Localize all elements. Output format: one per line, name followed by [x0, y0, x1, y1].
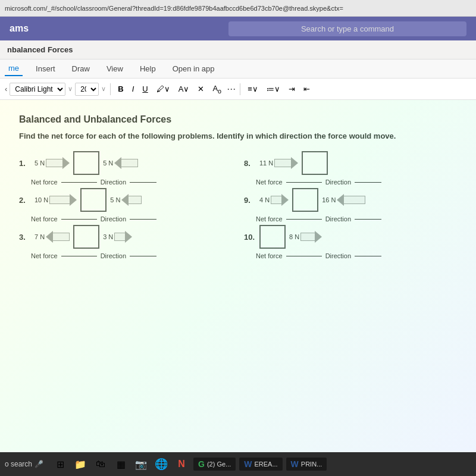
highlight-button[interactable]: 🖊∨ [154, 83, 173, 95]
force-left-3: 7 N [35, 231, 70, 243]
doc-instructions: Find the net force for each of the follo… [19, 131, 457, 142]
taskbar-monitor-icon[interactable]: ⊞ [52, 456, 68, 472]
box-9 [292, 188, 318, 212]
direction-label-9: Direction [325, 215, 351, 223]
net-force-label-1: Net force [31, 178, 58, 186]
microphone-icon: 🎤 [35, 460, 43, 468]
net-force-blank-8[interactable] [286, 182, 322, 183]
net-force-8: Net force Direction [244, 178, 457, 186]
format-painter-button[interactable]: Ao [209, 83, 224, 96]
italic-button[interactable]: I [129, 83, 137, 95]
box-1 [73, 151, 99, 175]
problem-9-num: 9. [244, 196, 256, 205]
taskbar-store-icon[interactable]: 🛍 [92, 456, 109, 472]
problem-1-num: 1. [19, 159, 31, 168]
doc-content: Balanced and Unbalanced Forces Find the … [0, 100, 476, 452]
direction-label-8: Direction [325, 178, 351, 186]
taskbar-search-text: o search [5, 460, 32, 468]
taskbar-erea-text: EREA... [254, 461, 277, 468]
net-force-label-10: Net force [256, 252, 283, 259]
strikethrough-button[interactable]: ✕ [195, 83, 207, 95]
net-force-blank-3[interactable] [61, 256, 97, 256]
net-force-label-9: Net force [256, 215, 283, 223]
taskbar-notepad-icon[interactable]: N [173, 456, 190, 472]
taskbar-calc-icon[interactable]: ▦ [112, 456, 129, 472]
outdent-button[interactable]: ⇤ [300, 83, 313, 95]
direction-label-2: Direction [101, 215, 126, 223]
taskbar-ge-text: (2) Ge... [207, 461, 231, 468]
ribbon-tabs: me Insert Draw View Help Open in app [0, 60, 476, 79]
direction-label-3: Direction [101, 252, 126, 259]
url-bar: microsoft.com/_#/school/classroom/Genera… [0, 0, 476, 17]
font-chevron-icon: ∨ [68, 85, 73, 93]
box-3 [73, 225, 99, 249]
net-force-1: Net force Direction [19, 178, 232, 186]
taskbar-prin-label[interactable]: W PRIN... [286, 458, 327, 471]
underline-button[interactable]: U [139, 83, 151, 95]
taskbar: o search 🎤 ⊞ 📁 🛍 ▦ 📷 🌐 N G (2) Ge... W E… [0, 452, 476, 476]
force-right-9: 16 N [322, 194, 365, 206]
taskbar-ge-label[interactable]: G (2) Ge... [193, 458, 236, 471]
net-force-label-8: Net force [256, 178, 283, 186]
net-force-2: Net force Direction [19, 215, 232, 223]
net-force-blank-9[interactable] [286, 219, 322, 220]
search-bar[interactable]: Search or type a command [228, 21, 466, 36]
problem-10-num: 10. [244, 233, 256, 242]
box-10 [259, 225, 286, 249]
doc-title-bar: nbalanced Forces [0, 40, 476, 60]
direction-blank-9[interactable] [355, 219, 381, 220]
net-force-blank-1[interactable] [61, 182, 97, 183]
problem-10: 10. 8 N Net force Direction [244, 225, 457, 259]
tab-home[interactable]: me [5, 61, 23, 76]
font-select[interactable]: Calibri Light [10, 83, 65, 96]
direction-label-10: Direction [325, 252, 351, 259]
taskbar-prin-text: PRIN... [301, 461, 322, 468]
net-force-9: Net force Direction [244, 215, 457, 223]
box-2 [80, 188, 107, 212]
direction-blank-1[interactable] [130, 182, 156, 183]
size-select[interactable]: 20 [75, 83, 99, 96]
force-right-10: 8 N [289, 231, 322, 243]
force-right-3: 3 N [103, 231, 132, 243]
direction-blank-8[interactable] [355, 182, 381, 183]
more-options-button[interactable]: ··· [227, 83, 236, 95]
back-arrow-icon[interactable]: ‹ [5, 84, 7, 93]
force-left-1: 5 N [35, 157, 70, 169]
tab-draw[interactable]: Draw [68, 62, 93, 76]
direction-blank-3[interactable] [130, 256, 156, 256]
net-force-blank-2[interactable] [61, 219, 97, 220]
net-force-blank-10[interactable] [286, 256, 322, 256]
force-left-2: 10 N [35, 194, 77, 206]
bold-button[interactable]: B [115, 83, 126, 95]
net-force-10: Net force Direction [244, 252, 457, 259]
problem-3-num: 3. [19, 233, 31, 242]
direction-blank-2[interactable] [130, 219, 156, 220]
taskbar-explorer-icon[interactable]: 📁 [72, 456, 89, 472]
url-text: microsoft.com/_#/school/classroom/Genera… [5, 5, 343, 12]
taskbar-browser-icon[interactable]: 🌐 [153, 456, 170, 472]
force-right-1: 5 N [103, 157, 138, 169]
problem-3: 3. 7 N 3 N Net fo [19, 225, 232, 259]
problem-1: 1. 5 N 5 N [19, 151, 232, 186]
force-left-9: 4 N [259, 194, 289, 206]
tab-open-in-app[interactable]: Open in app [169, 62, 218, 76]
taskbar-search[interactable]: o search 🎤 [5, 460, 43, 468]
taskbar-camera-icon[interactable]: 📷 [133, 456, 149, 472]
teams-header: ams Search or type a command [0, 17, 476, 40]
tab-help[interactable]: Help [136, 62, 159, 76]
indent-button[interactable]: ⇥ [286, 83, 298, 95]
taskbar-erea-label[interactable]: W EREA... [239, 458, 282, 471]
tab-view[interactable]: View [103, 62, 127, 76]
direction-blank-10[interactable] [355, 256, 381, 256]
tab-insert[interactable]: Insert [32, 62, 59, 76]
problem-8-num: 8. [244, 159, 256, 168]
net-force-label-2: Net force [31, 215, 58, 223]
font-color-button[interactable]: A∨ [176, 83, 193, 95]
net-force-label-3: Net force [31, 252, 58, 259]
list-button[interactable]: ≡∨ [245, 83, 261, 95]
problem-9: 9. 4 N 16 N Net f [244, 188, 457, 223]
direction-label-1: Direction [101, 178, 126, 186]
ordered-list-button[interactable]: ≔∨ [264, 83, 283, 95]
net-force-3: Net force Direction [19, 252, 232, 259]
problem-2-num: 2. [19, 196, 31, 205]
